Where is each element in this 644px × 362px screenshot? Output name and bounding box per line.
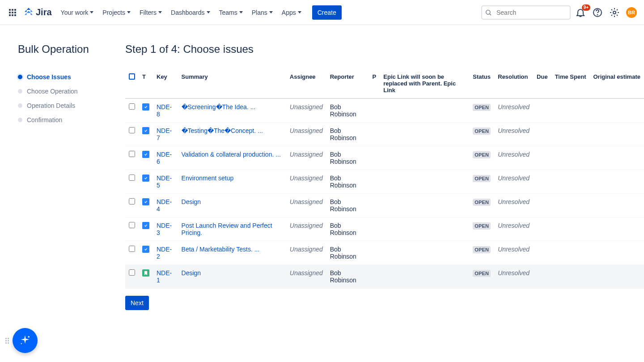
next-button[interactable]: Next xyxy=(125,296,149,310)
column-header[interactable]: Epic Link will soon be replaced with Par… xyxy=(380,69,469,98)
table-row[interactable]: NDE-5Environment setupUnassignedBob Robi… xyxy=(125,170,644,194)
story-type-icon xyxy=(142,269,149,277)
time-spent-cell xyxy=(551,241,590,265)
issue-summary-link[interactable]: Design xyxy=(182,269,201,277)
column-header[interactable]: Reporter xyxy=(326,69,369,98)
help-button[interactable] xyxy=(590,5,605,20)
due-cell xyxy=(533,241,551,265)
chevron-down-icon xyxy=(239,11,243,13)
time-spent-cell xyxy=(551,98,590,123)
status-badge: OPEN xyxy=(473,270,491,277)
issue-key-link[interactable]: NDE-6 xyxy=(157,151,172,165)
settings-button[interactable] xyxy=(607,5,622,20)
issue-key-link[interactable]: NDE-7 xyxy=(157,127,172,141)
issue-key-link[interactable]: NDE-1 xyxy=(157,269,172,284)
row-checkbox[interactable] xyxy=(129,151,135,157)
row-checkbox[interactable] xyxy=(129,246,135,252)
issue-summary-link[interactable]: Environment setup xyxy=(182,175,234,182)
nav-item-teams[interactable]: Teams xyxy=(216,6,246,19)
issue-summary-link[interactable]: Design xyxy=(182,198,201,205)
table-row[interactable]: NDE-6Validation & collateral production.… xyxy=(125,146,644,170)
nav-item-dashboards[interactable]: Dashboards xyxy=(167,6,214,19)
row-checkbox[interactable] xyxy=(129,269,135,276)
issue-summary-link[interactable]: �Screening�The Idea. ... xyxy=(182,103,256,111)
row-checkbox[interactable] xyxy=(129,198,135,204)
profile-button[interactable]: BR xyxy=(624,5,639,20)
chevron-down-icon xyxy=(127,11,131,13)
original-estimate-cell xyxy=(589,170,644,194)
issue-key-link[interactable]: NDE-8 xyxy=(157,103,172,118)
table-row[interactable]: NDE-3Post Launch Review and Perfect Pric… xyxy=(125,217,644,241)
column-header[interactable]: P xyxy=(369,69,380,98)
column-header[interactable]: Resolution xyxy=(494,69,533,98)
epic-cell xyxy=(380,194,469,217)
issue-summary-link[interactable]: Validation & collateral production. ... xyxy=(182,151,281,158)
epic-cell xyxy=(380,123,469,146)
row-checkbox[interactable] xyxy=(129,175,135,181)
reporter-cell: Bob Robinson xyxy=(326,194,369,217)
reporter-cell: Bob Robinson xyxy=(326,217,369,241)
row-checkbox[interactable] xyxy=(129,222,135,228)
due-cell xyxy=(533,98,551,123)
assignee-cell: Unassigned xyxy=(286,194,326,217)
jira-logo[interactable]: Jira xyxy=(23,7,52,18)
column-header[interactable]: Summary xyxy=(178,69,286,98)
nav-item-label: Filters xyxy=(140,9,157,16)
nav-item-your-work[interactable]: Your work xyxy=(57,6,97,19)
column-header[interactable]: Time Spent xyxy=(551,69,590,98)
assignee-cell: Unassigned xyxy=(286,170,326,194)
page-heading: Step 1 of 4: Choose issues xyxy=(125,43,644,55)
nav-item-label: Your work xyxy=(61,9,89,16)
nav-item-filters[interactable]: Filters xyxy=(136,6,165,19)
epic-cell xyxy=(380,98,469,123)
task-type-icon xyxy=(142,127,149,134)
task-type-icon xyxy=(142,175,149,182)
issue-key-link[interactable]: NDE-4 xyxy=(157,198,172,213)
app-switcher-icon xyxy=(9,9,16,16)
column-header[interactable]: Key xyxy=(153,69,178,98)
table-row[interactable]: NDE-1DesignUnassignedBob RobinsonOPENUnr… xyxy=(125,265,644,289)
table-row[interactable]: NDE-4DesignUnassignedBob RobinsonOPENUnr… xyxy=(125,194,644,217)
issue-summary-link[interactable]: Beta / Marketability Tests. ... xyxy=(182,246,260,253)
original-estimate-cell xyxy=(589,123,644,146)
column-header[interactable]: Assignee xyxy=(286,69,326,98)
issue-key-link[interactable]: NDE-2 xyxy=(157,246,172,260)
column-header[interactable]: Status xyxy=(469,69,494,98)
app-switcher-button[interactable] xyxy=(5,5,20,20)
nav-item-projects[interactable]: Projects xyxy=(99,6,134,19)
search-input[interactable] xyxy=(481,5,571,20)
nav-item-apps[interactable]: Apps xyxy=(278,6,305,19)
notifications-button[interactable]: 9+ xyxy=(573,5,588,20)
nav-item-label: Projects xyxy=(102,9,125,16)
column-header[interactable]: Due xyxy=(533,69,551,98)
status-badge: OPEN xyxy=(473,151,491,158)
table-row[interactable]: NDE-8�Screening�The Idea. ...UnassignedB… xyxy=(125,98,644,123)
product-name: Jira xyxy=(36,7,52,17)
step-item-choose-issues[interactable]: Choose Issues xyxy=(18,70,107,84)
assignee-cell: Unassigned xyxy=(286,98,326,123)
issue-summary-link[interactable]: �Testing�The�Concept. ... xyxy=(182,127,263,134)
resolution-cell: Unresolved xyxy=(494,241,533,265)
resolution-cell: Unresolved xyxy=(494,170,533,194)
status-badge: OPEN xyxy=(473,128,491,135)
reporter-cell: Bob Robinson xyxy=(326,265,369,289)
column-header[interactable] xyxy=(125,69,139,98)
column-header[interactable]: Original estimate xyxy=(589,69,644,98)
original-estimate-cell xyxy=(589,265,644,289)
create-button[interactable]: Create xyxy=(312,5,342,20)
table-row[interactable]: NDE-7�Testing�The�Concept. ...Unassigned… xyxy=(125,123,644,146)
issue-table: TKeySummaryAssigneeReporterPEpic Link wi… xyxy=(125,69,644,289)
row-checkbox[interactable] xyxy=(129,103,135,110)
svg-point-0 xyxy=(486,10,490,14)
select-all-checkbox[interactable] xyxy=(129,73,135,80)
issue-key-link[interactable]: NDE-5 xyxy=(157,175,172,189)
issue-key-link[interactable]: NDE-3 xyxy=(157,222,172,236)
table-row[interactable]: NDE-2Beta / Marketability Tests. ...Unas… xyxy=(125,241,644,265)
column-header[interactable]: T xyxy=(139,69,153,98)
search-icon xyxy=(485,9,492,16)
issue-summary-link[interactable]: Post Launch Review and Perfect Pricing. xyxy=(182,222,272,236)
nav-item-plans[interactable]: Plans xyxy=(248,6,276,19)
resolution-cell: Unresolved xyxy=(494,265,533,289)
due-cell xyxy=(533,265,551,289)
row-checkbox[interactable] xyxy=(129,127,135,133)
